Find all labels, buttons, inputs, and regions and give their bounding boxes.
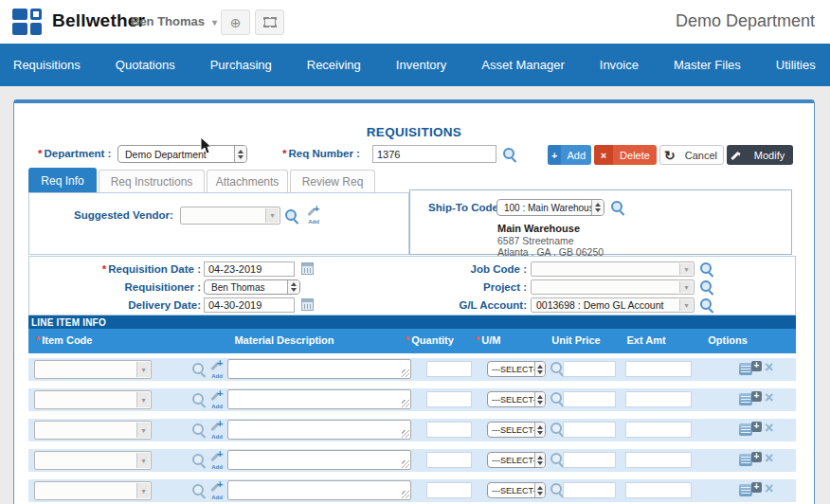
material-description-textarea[interactable] xyxy=(227,359,411,379)
requisitioner-select[interactable]: Ben Thomas xyxy=(204,279,300,295)
item-add-icon[interactable]: + Add xyxy=(208,359,226,378)
ext-amt-input[interactable] xyxy=(625,422,692,438)
unit-price-input[interactable] xyxy=(563,361,616,377)
quantity-input[interactable] xyxy=(426,391,472,407)
tab-req-instructions[interactable]: Req Instructions xyxy=(99,170,205,193)
delete-button[interactable]: × Delete xyxy=(594,145,657,165)
unit-price-input[interactable] xyxy=(563,391,616,407)
um-select[interactable]: ---SELECT- xyxy=(487,452,546,468)
nav-item-inventory[interactable]: Inventory xyxy=(396,58,446,72)
nav-item-utilities[interactable]: Utilities xyxy=(776,58,816,72)
nav-item-purchasing[interactable]: Purchasing xyxy=(210,58,272,72)
add-line-icon[interactable]: + xyxy=(751,391,762,402)
vendor-search-icon[interactable] xyxy=(284,208,299,224)
requisition-date-input[interactable]: 04-23-2019 xyxy=(204,261,295,277)
item-code-select[interactable]: ▾ xyxy=(34,421,152,440)
remove-line-icon[interactable]: × xyxy=(765,421,773,436)
ext-amt-input[interactable] xyxy=(625,391,692,407)
add-line-icon[interactable]: + xyxy=(751,422,762,432)
quantity-input[interactable] xyxy=(426,361,472,377)
unit-price-input[interactable] xyxy=(563,482,616,498)
gl-account-search-icon[interactable] xyxy=(699,297,714,313)
shipto-select[interactable]: 100 : Main Warehouse xyxy=(496,199,604,216)
notes-icon[interactable] xyxy=(739,484,752,496)
add-line-icon[interactable]: + xyxy=(751,361,762,371)
notes-icon[interactable] xyxy=(739,454,752,466)
item-search-icon[interactable] xyxy=(191,362,207,377)
remove-line-icon[interactable]: × xyxy=(765,481,773,496)
department-select[interactable]: Demo Department xyxy=(117,145,247,163)
job-code-select[interactable]: ▾ xyxy=(531,261,695,277)
fullscreen-button[interactable] xyxy=(255,9,284,35)
remove-line-icon[interactable]: × xyxy=(765,390,773,405)
gl-account-label: G/L Account: xyxy=(413,299,527,311)
gl-account-select[interactable]: 0013698 : Demo GL Account ▾ xyxy=(531,297,695,313)
material-description-textarea[interactable] xyxy=(227,389,411,409)
nav-item-asset-manager[interactable]: Asset Manager xyxy=(481,58,564,72)
delivery-date-input[interactable]: 04-30-2019 xyxy=(204,297,295,313)
tab-attachments[interactable]: Attachments xyxy=(207,170,288,193)
item-search-icon[interactable] xyxy=(191,483,207,498)
unit-price-input[interactable] xyxy=(563,422,616,438)
item-code-select[interactable]: ▾ xyxy=(34,360,152,379)
project-select[interactable]: ▾ xyxy=(531,279,695,295)
globe-button[interactable]: ⊕ xyxy=(221,9,250,35)
project-search-icon[interactable] xyxy=(699,279,714,295)
vendor-add-icon[interactable]: + Add xyxy=(305,205,322,224)
line-item-table-header: *Item Code Material Description *Quantit… xyxy=(28,329,796,353)
um-select[interactable]: ---SELECT- xyxy=(487,391,546,407)
unit-price-input[interactable] xyxy=(563,452,616,468)
item-search-icon[interactable] xyxy=(191,453,207,468)
quantity-input[interactable] xyxy=(426,452,472,468)
add-line-icon[interactable]: + xyxy=(751,452,762,462)
nav-item-master-files[interactable]: Master Files xyxy=(674,58,741,72)
um-select[interactable]: ---SELECT- xyxy=(487,482,546,498)
ext-amt-input[interactable] xyxy=(625,452,692,468)
item-code-select[interactable]: ▾ xyxy=(34,390,152,409)
cancel-button[interactable]: ↻ Cancel xyxy=(659,145,724,165)
nav-item-invoice[interactable]: Invoice xyxy=(600,58,639,72)
tab-review-req[interactable]: Review Req xyxy=(290,170,375,193)
um-select[interactable]: ---SELECT- xyxy=(487,361,546,377)
ext-amt-input[interactable] xyxy=(625,482,692,498)
add-button[interactable]: + Add xyxy=(548,145,591,165)
item-add-icon[interactable]: + Add xyxy=(208,450,226,469)
req-number-search-icon[interactable] xyxy=(502,147,517,162)
remove-line-icon[interactable]: × xyxy=(765,360,773,375)
um-placeholder: ---SELECT- xyxy=(492,365,536,374)
item-search-icon[interactable] xyxy=(191,392,207,407)
notes-icon[interactable] xyxy=(739,363,752,375)
item-add-icon[interactable]: + Add xyxy=(208,389,226,408)
notes-icon[interactable] xyxy=(739,393,752,405)
material-description-textarea[interactable] xyxy=(227,450,411,470)
item-search-icon[interactable] xyxy=(191,423,207,438)
item-code-select[interactable]: ▾ xyxy=(34,481,152,500)
material-description-textarea[interactable] xyxy=(227,420,411,440)
user-menu[interactable]: Ben Thomas▾ xyxy=(131,14,217,28)
modify-button[interactable]: Modify xyxy=(727,145,793,165)
item-add-icon[interactable]: + Add xyxy=(208,480,226,499)
job-code-search-icon[interactable] xyxy=(699,261,714,277)
req-number-input[interactable]: 1376 xyxy=(372,145,496,163)
plus-glyph: + xyxy=(217,418,223,429)
delivery-date-calendar-icon[interactable] xyxy=(301,298,314,311)
ext-amt-input[interactable] xyxy=(625,361,692,377)
item-add-icon[interactable]: + Add xyxy=(208,420,226,439)
material-description-textarea[interactable] xyxy=(227,480,411,500)
nav-item-quotations[interactable]: Quotations xyxy=(116,58,175,72)
line-items-body: ▾ + Add ---SELECT- + × ▾ xyxy=(28,358,796,504)
tab-req-info[interactable]: Req Info xyxy=(28,168,97,193)
shipto-search-icon[interactable] xyxy=(610,200,625,215)
notes-icon[interactable] xyxy=(739,423,752,436)
suggested-vendor-select[interactable]: ▾ xyxy=(180,207,280,225)
requisition-date-calendar-icon[interactable] xyxy=(301,262,314,275)
quantity-input[interactable] xyxy=(426,482,472,498)
nav-item-receiving[interactable]: Receiving xyxy=(307,58,361,72)
quantity-input[interactable] xyxy=(426,422,472,438)
cancel-label: Cancel xyxy=(679,150,723,161)
um-select[interactable]: ---SELECT- xyxy=(487,422,546,438)
remove-line-icon[interactable]: × xyxy=(765,451,773,466)
nav-item-requisitions[interactable]: Requisitions xyxy=(13,58,81,72)
item-code-select[interactable]: ▾ xyxy=(34,451,152,470)
add-line-icon[interactable]: + xyxy=(751,482,762,493)
